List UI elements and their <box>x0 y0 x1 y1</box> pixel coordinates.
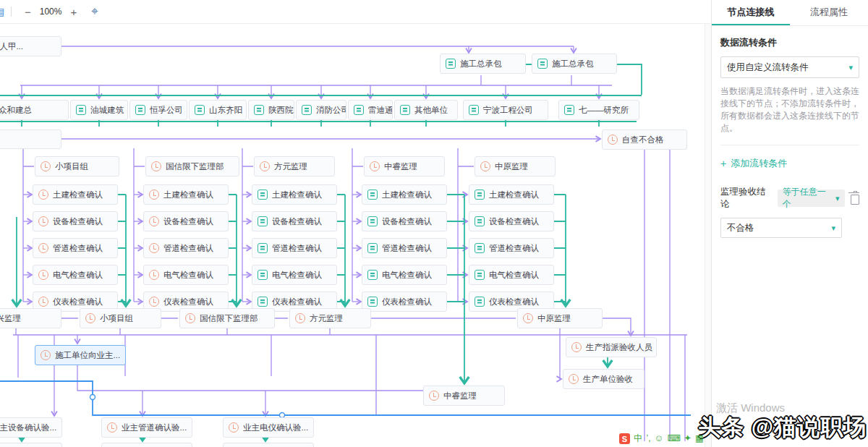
flow-node[interactable]: 方元监理 <box>289 308 371 328</box>
checklist-icon <box>475 216 485 226</box>
panel-tabs: 节点连接线 流程属性 <box>712 0 868 26</box>
clock-icon <box>480 161 490 171</box>
plus-icon: + <box>720 158 726 169</box>
flow-node[interactable]: 中原监理 <box>517 308 603 328</box>
flow-node[interactable] <box>0 129 61 149</box>
partial-menu-icon[interactable]: ▤ <box>0 6 5 17</box>
clock-icon <box>149 243 159 253</box>
node-label: 施工单位向业主... <box>55 350 120 361</box>
flow-node[interactable]: 业主管道确认验... <box>101 417 192 438</box>
ime-lang-toggle[interactable]: 中 <box>634 433 643 444</box>
flow-node[interactable]: 业主电仪确认验... <box>223 417 314 438</box>
flow-node[interactable]: 管道检查确认 <box>252 238 337 258</box>
operator-dropdown[interactable]: 等于任意一个 ▾ <box>778 190 845 207</box>
node-label: 电气检查确认 <box>163 270 213 281</box>
zoom-in-button[interactable]: + <box>66 5 81 19</box>
flow-node[interactable]: 设备检查确认 <box>143 211 229 231</box>
flow-node[interactable] <box>101 443 192 447</box>
flow-node[interactable]: 中睿监理 <box>364 156 445 176</box>
tab-process-properties[interactable]: 流程属性 <box>790 0 868 25</box>
flow-node[interactable]: 新兴监理 <box>0 308 61 328</box>
flow-node[interactable]: 七——研究所 <box>558 100 639 120</box>
clock-icon <box>107 422 117 433</box>
flow-node[interactable]: 管道检查确认 <box>143 238 229 258</box>
flow-node[interactable]: 土建检查确认 <box>469 184 554 205</box>
flow-node[interactable]: 方元监理 <box>254 156 335 176</box>
ime-toolbar[interactable]: S 中 ’, ☺ ⌨ ✦ ▦ <box>619 433 704 444</box>
flow-condition-select[interactable]: 使用自定义流转条件 ▾ <box>720 56 859 78</box>
flow-node[interactable]: 消防公司 <box>296 100 346 120</box>
ime-toolbox[interactable]: ▦ <box>695 433 704 444</box>
clock-icon <box>185 313 195 323</box>
checklist-icon <box>302 105 312 115</box>
flow-node[interactable]: 设备检查确认 <box>469 211 554 231</box>
flow-node[interactable]: 电气检查确认 <box>362 265 447 285</box>
flow-node[interactable]: 雷迪通 <box>348 100 393 120</box>
flow-node[interactable]: 土建检查确认 <box>33 184 118 205</box>
canvas-scrollbar[interactable] <box>705 0 711 447</box>
flow-node[interactable]: 恒孚公司 <box>129 100 187 120</box>
flow-node[interactable]: 土建检查确认 <box>143 184 229 205</box>
trash-icon[interactable] <box>851 195 859 205</box>
flow-node[interactable]: 设备检查确认 <box>362 211 447 231</box>
flow-node[interactable]: 生产单位验收 <box>563 369 644 389</box>
flow-node[interactable]: 施工总承包 <box>440 54 526 74</box>
flow-node[interactable]: 陕西院 <box>248 100 294 120</box>
add-condition-link[interactable]: + 添加流转条件 <box>720 157 859 170</box>
ime-skin[interactable]: ✦ <box>684 433 692 444</box>
ime-emoji-picker[interactable]: ☺ <box>655 433 664 444</box>
flow-node[interactable]: 生产指派验收人员 <box>566 337 657 357</box>
checklist-icon <box>367 297 378 307</box>
flow-node[interactable]: 管道检查确认 <box>469 238 554 258</box>
flow-node[interactable]: 电气检查确认 <box>33 265 118 285</box>
flow-node[interactable]: 人甲... <box>0 36 61 56</box>
flow-node[interactable] <box>223 443 314 447</box>
flow-node[interactable]: 中原监理 <box>475 156 556 176</box>
flow-node[interactable]: 设备检查确认 <box>252 211 337 231</box>
node-label: 土建检查确认 <box>163 190 213 200</box>
zoom-out-button[interactable]: − <box>20 5 35 19</box>
flow-node[interactable]: 土建检查确认 <box>362 184 447 205</box>
flow-node[interactable]: 其他单位 <box>394 100 458 120</box>
condition-value-select[interactable]: 不合格 ▾ <box>720 218 842 238</box>
chevron-down-icon: ▾ <box>831 224 835 233</box>
flow-node[interactable]: 土建检查确认 <box>252 184 337 205</box>
flow-node[interactable]: 中睿监理 <box>423 386 505 406</box>
flow-node[interactable]: 电气检查确认 <box>469 265 554 285</box>
checklist-icon <box>475 190 485 200</box>
operator-value: 等于任意一个 <box>783 186 831 210</box>
flow-node[interactable]: 国信限下监理部 <box>145 156 239 176</box>
node-label: 管道检查确认 <box>382 243 432 254</box>
locate-icon[interactable]: ⌖ <box>91 4 98 19</box>
node-label: 仪表检查确认 <box>272 297 322 307</box>
flow-node[interactable]: 管道检查确认 <box>362 238 447 258</box>
flow-node[interactable]: 业主设备确认验... <box>0 417 62 438</box>
flow-node[interactable]: 自查不合格 <box>602 129 687 150</box>
ime-punctuation[interactable]: ’, <box>647 433 651 444</box>
flow-node[interactable]: 众和建总 <box>0 100 69 120</box>
sogou-logo[interactable]: S <box>619 433 630 444</box>
flow-node[interactable]: 宁波工程公司 <box>463 100 548 120</box>
checklist-icon <box>258 270 268 280</box>
flow-node[interactable] <box>0 443 62 447</box>
flow-node[interactable]: 施工单位向业主... <box>35 345 126 365</box>
flow-node[interactable]: 小项目组 <box>35 156 119 176</box>
flow-canvas[interactable]: 人甲...施工总承包施工总承包众和建总油城建筑恒孚公司山东齐阳陕西院消防公司雷迪… <box>0 0 711 447</box>
flow-node[interactable]: 电气检查确认 <box>143 265 229 285</box>
flow-node[interactable]: 电气检查确认 <box>252 265 337 285</box>
clock-icon <box>608 135 618 145</box>
select-value: 使用自定义流转条件 <box>727 61 809 74</box>
checklist-icon <box>564 105 574 115</box>
flow-node[interactable]: 仪表检查确认 <box>362 291 447 312</box>
flow-node[interactable]: 管道检查确认 <box>33 238 118 258</box>
flow-node[interactable]: 设备检查确认 <box>33 211 118 231</box>
flow-node[interactable]: 山东齐阳 <box>189 100 247 120</box>
node-label: 七——研究所 <box>579 105 629 116</box>
ime-virtual-keyboard[interactable]: ⌨ <box>668 433 681 444</box>
flow-node[interactable]: 施工总承包 <box>532 54 617 74</box>
flow-node[interactable]: 国信限下监理部 <box>179 308 275 328</box>
clock-icon <box>569 374 579 384</box>
flow-node[interactable]: 小项目组 <box>80 308 161 328</box>
flow-node[interactable]: 油城建筑 <box>70 100 128 120</box>
tab-node-connector[interactable]: 节点连接线 <box>712 0 790 25</box>
